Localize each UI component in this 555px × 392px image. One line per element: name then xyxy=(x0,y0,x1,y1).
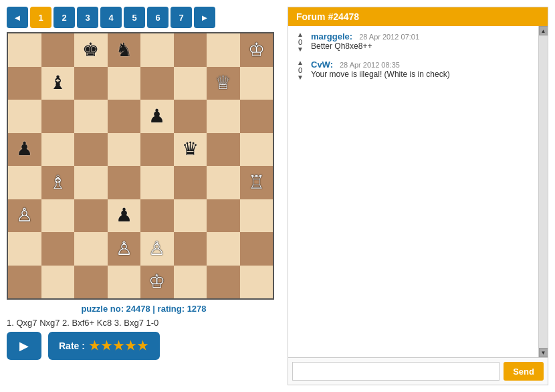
chess-board: ♚♞♔♝♕♟♟♛♗♖♙♟♙♙♔ xyxy=(7,32,274,300)
piece-bN: ♞ xyxy=(116,41,132,60)
board-cell-4-7[interactable]: ♖ xyxy=(240,166,273,199)
board-cell-5-5[interactable] xyxy=(174,199,207,233)
board-cell-2-2[interactable] xyxy=(74,100,108,133)
board-cell-2-4[interactable]: ♟ xyxy=(140,100,174,133)
board-cell-3-7[interactable] xyxy=(240,133,273,167)
upvote-2[interactable]: ▲ xyxy=(297,60,304,66)
nav-page-2-button[interactable]: 2 xyxy=(53,7,75,28)
board-cell-7-1[interactable] xyxy=(41,266,75,299)
piece-wP: ♙ xyxy=(16,206,33,225)
nav-page-4-button[interactable]: 4 xyxy=(100,7,122,28)
board-cell-0-0[interactable] xyxy=(8,33,41,67)
main-container: ◄ 1 2 3 4 5 6 7 ► ♚♞♔♝♕♟♟♛♗♖♙♟♙♙♔ puzzle… xyxy=(0,0,555,392)
board-cell-7-0[interactable] xyxy=(8,266,41,299)
nav-page-5-button[interactable]: 5 xyxy=(124,7,145,28)
board-cell-5-6[interactable] xyxy=(207,199,240,233)
post-date-2: 28 Apr 2012 08:35 xyxy=(340,61,400,69)
board-cell-0-6[interactable] xyxy=(207,33,240,67)
board-cell-1-3[interactable] xyxy=(108,67,141,100)
downvote-2[interactable]: ▼ xyxy=(297,74,304,81)
post-author-1: marggele: xyxy=(311,31,352,41)
next-page-button[interactable]: ► xyxy=(194,7,215,28)
board-cell-4-3[interactable] xyxy=(108,166,141,199)
board-cell-6-6[interactable] xyxy=(207,232,240,266)
board-cell-3-1[interactable] xyxy=(41,133,75,167)
board-cell-1-5[interactable] xyxy=(174,67,207,100)
board-cell-6-1[interactable] xyxy=(41,232,75,266)
piece-wK: ♔ xyxy=(248,41,265,60)
board-cell-2-3[interactable] xyxy=(108,100,141,133)
board-cell-3-2[interactable] xyxy=(74,133,108,167)
board-cell-4-1[interactable]: ♗ xyxy=(41,166,75,199)
board-cell-7-6[interactable] xyxy=(207,266,240,299)
board-cell-3-5[interactable]: ♛ xyxy=(174,133,207,167)
board-cell-0-1[interactable] xyxy=(41,33,75,67)
board-cell-5-3[interactable]: ♟ xyxy=(108,199,141,233)
send-button[interactable]: Send xyxy=(504,362,544,381)
board-cell-6-2[interactable] xyxy=(74,232,108,266)
board-cell-1-2[interactable] xyxy=(74,67,108,100)
board-cell-0-5[interactable] xyxy=(174,33,207,67)
board-cell-1-1[interactable]: ♝ xyxy=(41,67,75,100)
board-cell-3-4[interactable] xyxy=(140,133,174,167)
downvote-1[interactable]: ▼ xyxy=(297,46,304,53)
board-cell-5-4[interactable] xyxy=(140,199,174,233)
post-text-2: Your move is illegal! (White is in check… xyxy=(311,70,450,79)
board-cell-5-2[interactable] xyxy=(74,199,108,233)
board-cell-4-2[interactable] xyxy=(74,166,108,199)
board-cell-3-3[interactable] xyxy=(108,133,141,167)
board-cell-6-3[interactable]: ♙ xyxy=(108,232,141,266)
board-cell-4-0[interactable] xyxy=(8,166,41,199)
post-date-1: 28 Apr 2012 07:01 xyxy=(359,33,419,41)
board-cell-6-0[interactable] xyxy=(8,232,41,266)
nav-page-6-button[interactable]: 6 xyxy=(147,7,169,28)
board-cell-6-5[interactable] xyxy=(174,232,207,266)
board-cell-6-4[interactable]: ♙ xyxy=(140,232,174,266)
board-cell-0-2[interactable]: ♚ xyxy=(74,33,108,67)
board-cell-6-7[interactable] xyxy=(240,232,273,266)
forum-message-input[interactable] xyxy=(292,362,500,381)
piece-wQ: ♕ xyxy=(215,74,231,92)
board-cell-2-5[interactable] xyxy=(174,100,207,133)
upvote-1[interactable]: ▲ xyxy=(297,31,304,38)
board-cell-2-1[interactable] xyxy=(41,100,75,133)
post-header-1: marggele: 28 Apr 2012 07:01 xyxy=(311,31,419,41)
board-cell-4-6[interactable] xyxy=(207,166,240,199)
board-cell-5-1[interactable] xyxy=(41,199,75,233)
board-cell-1-6[interactable]: ♕ xyxy=(207,67,240,100)
forum-scrollbar[interactable]: ▲ ▼ xyxy=(538,26,548,357)
nav-page-1-button[interactable]: 1 xyxy=(30,7,51,28)
scroll-up[interactable]: ▲ xyxy=(539,26,548,35)
prev-page-button[interactable]: ◄ xyxy=(7,7,28,28)
piece-wB: ♗ xyxy=(49,173,66,192)
board-cell-4-4[interactable] xyxy=(140,166,174,199)
rate-button[interactable]: Rate : ★★★★★ xyxy=(48,332,160,360)
board-cell-5-7[interactable] xyxy=(240,199,273,233)
board-cell-7-2[interactable] xyxy=(74,266,108,299)
board-cell-1-7[interactable] xyxy=(240,67,273,100)
board-cell-0-4[interactable] xyxy=(140,33,174,67)
board-cell-7-7[interactable] xyxy=(240,266,273,299)
play-button[interactable]: ▶ xyxy=(7,332,41,360)
scroll-down[interactable]: ▼ xyxy=(539,348,548,357)
nav-page-7-button[interactable]: 7 xyxy=(171,7,192,28)
piece-bP: ♟ xyxy=(116,206,132,225)
board-cell-2-0[interactable] xyxy=(8,100,41,133)
board-cell-2-7[interactable] xyxy=(240,100,273,133)
post-content-2: CvW: 28 Apr 2012 08:35 Your move is ille… xyxy=(311,60,450,81)
board-cell-7-5[interactable] xyxy=(174,266,207,299)
board-cell-0-7[interactable]: ♔ xyxy=(240,33,273,67)
board-cell-0-3[interactable]: ♞ xyxy=(108,33,141,67)
board-cell-7-4[interactable]: ♔ xyxy=(140,266,174,299)
piece-bP: ♟ xyxy=(16,140,33,159)
board-cell-3-6[interactable] xyxy=(207,133,240,167)
board-cell-2-6[interactable] xyxy=(207,100,240,133)
board-cell-1-0[interactable] xyxy=(8,67,41,100)
board-cell-4-5[interactable] xyxy=(174,166,207,199)
nav-page-3-button[interactable]: 3 xyxy=(77,7,98,28)
piece-wP: ♙ xyxy=(148,239,165,258)
board-cell-1-4[interactable] xyxy=(140,67,174,100)
board-cell-5-0[interactable]: ♙ xyxy=(8,199,41,233)
board-cell-3-0[interactable]: ♟ xyxy=(8,133,41,167)
board-cell-7-3[interactable] xyxy=(108,266,141,299)
